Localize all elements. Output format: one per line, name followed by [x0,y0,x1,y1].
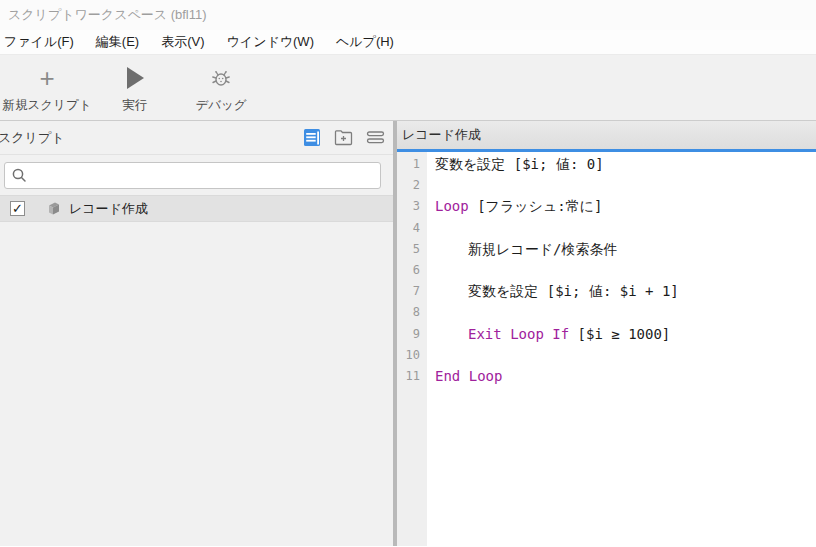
code-line[interactable]: Exit Loop If [$i ≥ 1000] [435,324,816,345]
new-script-button[interactable]: + 新規スクリプト [0,55,94,120]
main-area: スクリプト [0,121,816,546]
code-line[interactable]: End Loop [435,366,816,387]
script-sidebar: スクリプト [0,121,393,546]
code-line[interactable]: 変数を設定 [$i; 値: 0] [435,154,816,175]
script-icon [47,201,61,216]
window-titlebar: スクリプトワークスペース (bfl11) [0,0,816,30]
line-number: 8 [397,302,427,323]
code-line[interactable]: Loop [フラッシュ:常に] [435,196,816,217]
line-number: 1 [397,154,427,175]
code-line[interactable] [435,218,816,239]
bug-icon [210,63,232,93]
code-line[interactable] [435,175,816,196]
window-title: スクリプトワークスペース (bfl11) [8,6,207,24]
editor-tab[interactable]: レコード作成 [397,121,816,149]
run-label: 実行 [123,97,148,114]
new-script-label: 新規スクリプト [3,97,92,114]
script-editor-panel: レコード作成 1234567891011 変数を設定 [$i; 値: 0]Loo… [397,121,816,546]
script-list-view-icon[interactable] [303,128,321,147]
script-editor[interactable]: 1234567891011 変数を設定 [$i; 値: 0]Loop [フラッシ… [397,152,816,546]
search-icon [11,167,28,187]
line-number-gutter: 1234567891011 [397,152,427,546]
line-number: 9 [397,324,427,345]
toolbar: + 新規スクリプト 実行 デバッグ [0,55,816,121]
code-area[interactable]: 変数を設定 [$i; 値: 0]Loop [フラッシュ:常に]新規レコード/検索… [427,152,816,546]
debug-label: デバッグ [195,97,246,114]
line-number: 11 [397,366,427,387]
run-button[interactable]: 実行 [94,55,176,120]
play-icon [127,63,144,93]
line-number: 6 [397,260,427,281]
menu-view[interactable]: 表示(V) [150,30,215,54]
script-checkbox[interactable]: ✓ [10,201,25,216]
code-line[interactable]: 新規レコード/検索条件 [435,239,816,260]
search-row [0,155,393,195]
script-list: ✓ レコード作成 [0,195,393,546]
code-line[interactable] [435,345,816,366]
menu-file[interactable]: ファイル(F) [0,30,85,54]
line-number: 7 [397,281,427,302]
line-number: 10 [397,345,427,366]
editor-tab-label: レコード作成 [402,126,481,144]
line-number: 3 [397,196,427,217]
menu-window[interactable]: ウインドウ(W) [216,30,325,54]
menu-edit[interactable]: 編集(E) [85,30,150,54]
sidebar-title: スクリプト [0,129,303,147]
new-folder-icon[interactable] [334,129,353,146]
line-number: 5 [397,239,427,260]
script-search-input[interactable] [4,162,381,189]
list-options-icon[interactable] [366,130,385,145]
debug-button[interactable]: デバッグ [176,55,266,120]
script-list-item[interactable]: ✓ レコード作成 [0,195,393,222]
script-name: レコード作成 [69,200,148,218]
plus-icon: + [39,63,54,93]
menu-bar: ファイル(F) 編集(E) 表示(V) ウインドウ(W) ヘルプ(H) [0,30,816,55]
menu-help[interactable]: ヘルプ(H) [325,30,405,54]
sidebar-header: スクリプト [0,121,393,155]
code-line[interactable] [435,260,816,281]
code-line[interactable]: 変数を設定 [$i; 値: $i + 1] [435,281,816,302]
code-line[interactable] [435,302,816,323]
line-number: 2 [397,175,427,196]
line-number: 4 [397,218,427,239]
